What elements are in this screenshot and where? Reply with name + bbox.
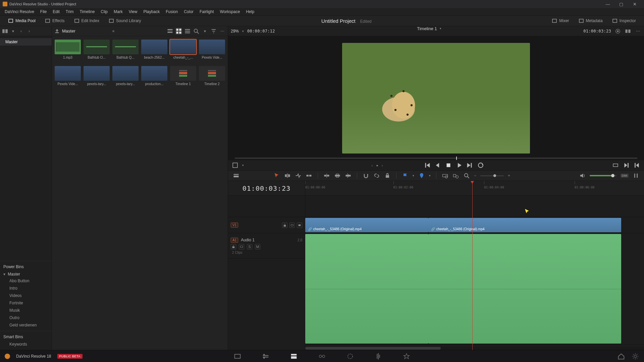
- loop-button[interactable]: [477, 162, 484, 169]
- menu-view[interactable]: View: [126, 9, 140, 15]
- overwrite-clip-icon[interactable]: [334, 172, 341, 179]
- flag-chevron-icon[interactable]: ▾: [413, 174, 414, 177]
- power-bin-item[interactable]: Videos: [9, 292, 48, 299]
- timeline-view-options-icon[interactable]: [233, 172, 239, 179]
- clip-thumbnail[interactable]: 1.mp3: [55, 40, 81, 59]
- position-lock-icon[interactable]: [384, 172, 391, 179]
- panel-toggle-edit-index[interactable]: Edit Index: [70, 17, 103, 25]
- zoom-detail-icon[interactable]: [452, 172, 459, 179]
- page-fusion-icon[interactable]: [318, 352, 326, 360]
- dim-button[interactable]: DIM: [621, 174, 629, 178]
- nav-back-icon[interactable]: ‹: [18, 28, 24, 34]
- viewer[interactable]: [228, 36, 644, 160]
- bin-master[interactable]: Master: [0, 38, 52, 46]
- home-icon[interactable]: [617, 352, 625, 360]
- match-frame-icon[interactable]: [612, 162, 619, 169]
- clip-thumbnail[interactable]: pexels-tary...: [84, 66, 110, 86]
- power-bin-item[interactable]: Musik: [9, 307, 48, 314]
- menu-color[interactable]: Color: [181, 9, 196, 15]
- viewer-more-icon[interactable]: ⋯: [635, 28, 641, 35]
- replace-clip-icon[interactable]: [345, 172, 352, 179]
- clip-thumbnail[interactable]: Bathtub Q...: [112, 40, 139, 59]
- menu-fairlight[interactable]: Fairlight: [197, 9, 217, 15]
- project-settings-icon[interactable]: [631, 352, 639, 360]
- import-icon[interactable]: [54, 28, 60, 34]
- view-thumbnail-icon[interactable]: [175, 28, 182, 35]
- close-button[interactable]: ✕: [628, 0, 641, 8]
- video-clip[interactable]: 🔗cheetah_-_53486 (Original).mp4: [428, 218, 622, 232]
- a1-mute-icon[interactable]: M: [255, 244, 260, 249]
- marker-icon[interactable]: [418, 172, 425, 179]
- menu-timeline[interactable]: Timeline: [77, 9, 97, 15]
- bypass-icon[interactable]: [614, 28, 621, 35]
- menu-clip[interactable]: Clip: [98, 9, 110, 15]
- monitor-volume-icon[interactable]: [579, 172, 586, 179]
- playhead[interactable]: [472, 181, 473, 350]
- menu-fusion[interactable]: Fusion: [163, 9, 180, 15]
- power-bin-item[interactable]: Fortnite: [9, 299, 48, 307]
- menu-edit[interactable]: Edit: [50, 9, 62, 15]
- bin-layout-icon[interactable]: [2, 28, 8, 34]
- marker-chevron-icon[interactable]: ▾: [429, 174, 431, 177]
- power-bin-master[interactable]: Master: [8, 272, 20, 277]
- track-v1[interactable]: 🔗cheetah_-_53486 (Original).mp4🔗cheetah_…: [305, 217, 644, 233]
- clip-thumbnail[interactable]: beach-2562...: [141, 40, 167, 59]
- clip-thumbnail[interactable]: Timeline 1: [170, 66, 196, 86]
- audio-clip[interactable]: [428, 234, 622, 344]
- clip-thumbnail[interactable]: Pexels Vide...: [55, 66, 81, 86]
- clip-thumbnail[interactable]: Timeline 2: [199, 66, 225, 86]
- stop-button[interactable]: [445, 162, 452, 169]
- match-prev-icon[interactable]: ‹: [371, 163, 373, 168]
- search-chevron-icon[interactable]: ▾: [202, 28, 208, 35]
- power-bin-item[interactable]: Outro: [9, 314, 48, 321]
- zoom-slider[interactable]: [480, 175, 504, 176]
- zoom-in-button[interactable]: +: [508, 173, 510, 178]
- clip-thumbnail[interactable]: Pexels Vide...: [199, 40, 225, 59]
- menu-davinci-resolve[interactable]: DaVinci Resolve: [2, 9, 37, 15]
- power-bin-item[interactable]: Geld verdienen: [9, 321, 48, 329]
- clip-thumbnail[interactable]: pexels-tary...: [112, 66, 139, 86]
- a1-lock-icon[interactable]: [231, 244, 236, 249]
- menu-trim[interactable]: Trim: [63, 9, 76, 15]
- first-frame-button[interactable]: [423, 162, 431, 169]
- sort-icon[interactable]: [210, 28, 217, 35]
- timeline-ruler[interactable]: 01:00:00:0001:00:02:0001:00:04:0001:00:0…: [305, 181, 644, 196]
- prev-frame-button[interactable]: [434, 162, 441, 169]
- last-frame-button[interactable]: [466, 162, 474, 169]
- menu-file[interactable]: File: [38, 9, 49, 15]
- smart-bin-item[interactable]: Keywords: [9, 341, 48, 348]
- v1-enable-icon[interactable]: [297, 223, 302, 228]
- nav-fwd-icon[interactable]: ›: [26, 28, 32, 34]
- minimize-button[interactable]: —: [601, 0, 614, 8]
- page-media-icon[interactable]: [233, 352, 241, 360]
- single-dual-viewer-icon[interactable]: [625, 28, 631, 35]
- menu-help[interactable]: Help: [243, 9, 257, 15]
- power-bin-item[interactable]: Abo Button: [9, 277, 48, 285]
- page-deliver-icon[interactable]: [402, 352, 411, 360]
- chevron-down-icon[interactable]: ▾: [10, 28, 16, 34]
- track-header-v1[interactable]: V1: [228, 217, 305, 233]
- flag-icon[interactable]: [402, 172, 409, 179]
- search-icon[interactable]: [193, 28, 200, 35]
- transform-overlay-icon[interactable]: [231, 162, 239, 169]
- panel-toggle-effects[interactable]: Effects: [41, 17, 68, 25]
- clip-thumbnail[interactable]: production...: [141, 66, 167, 86]
- clip-thumbnail[interactable]: cheetah_-_...: [170, 40, 196, 59]
- zoom-custom-icon[interactable]: [463, 172, 470, 179]
- caret-down-icon[interactable]: ▾: [3, 272, 7, 277]
- panel-toggle-media-pool[interactable]: Media Pool: [4, 17, 40, 25]
- v1-tag[interactable]: V1: [231, 223, 238, 228]
- insert-clip-icon[interactable]: [323, 172, 330, 179]
- timeline-timecode[interactable]: 01:00:03:23: [228, 181, 305, 196]
- v1-auto-select-icon[interactable]: [289, 223, 295, 228]
- timeline-chevron-icon[interactable]: ▾: [440, 27, 441, 30]
- timeline-h-scrollbar[interactable]: [305, 347, 644, 350]
- more-icon[interactable]: ⋯: [219, 28, 226, 35]
- panel-toggle-sound-library[interactable]: Sound Library: [105, 17, 145, 25]
- view-list-icon[interactable]: [184, 28, 191, 35]
- view-metadata-icon[interactable]: [167, 28, 173, 35]
- selection-tool-icon[interactable]: [273, 172, 280, 179]
- a1-auto-select-icon[interactable]: [239, 244, 244, 249]
- next-edit-icon[interactable]: [623, 162, 630, 169]
- viewer-scrubber[interactable]: [235, 158, 637, 159]
